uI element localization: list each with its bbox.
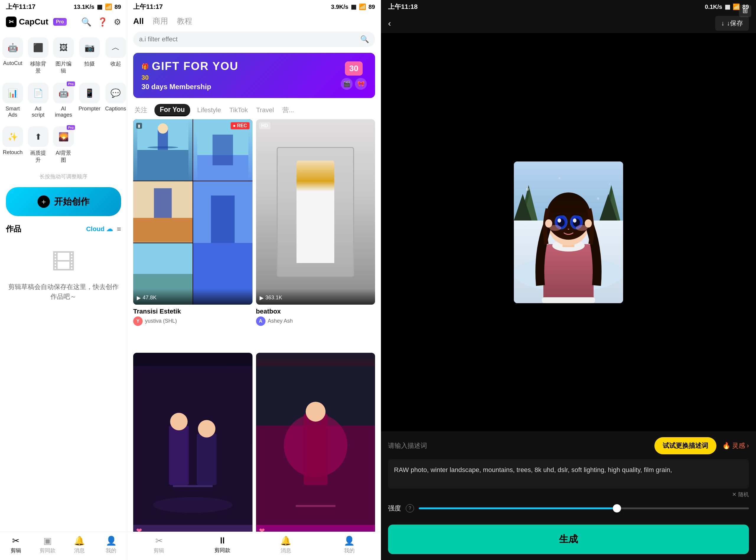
- collapse-label: 收起: [111, 60, 121, 67]
- random-button[interactable]: ✕ 随机: [388, 491, 749, 498]
- smartads-icon-box: 📊: [2, 83, 23, 103]
- tool-prompter[interactable]: 📱 Prompter: [76, 79, 103, 122]
- aibg-icon: 🌄: [58, 132, 69, 142]
- rec-badge: ● REC: [231, 122, 250, 129]
- dark-romantic-scene: [133, 353, 253, 538]
- generate-button[interactable]: 生成: [388, 524, 749, 554]
- svg-rect-38: [543, 244, 594, 303]
- panel-editor: 上午11:18 0.1K/s ▦ 📶 89 ‹ ↓ ↓保存: [381, 0, 756, 560]
- intensity-help-icon[interactable]: ?: [406, 504, 414, 513]
- autocut-icon-box: 🤖: [2, 37, 23, 58]
- removebg-icon-box: ⬛: [28, 37, 48, 58]
- back-button[interactable]: ‹: [388, 18, 391, 28]
- cat-follow[interactable]: 关注: [133, 104, 148, 116]
- v2-count: 363.1K: [265, 295, 282, 301]
- intensity-slider[interactable]: [419, 507, 749, 509]
- p2-nav-edit[interactable]: ✂ 剪辑: [127, 536, 191, 554]
- promo-banner[interactable]: 🎁 GIFT FOR YOU 30 30 days Membership 30 …: [133, 53, 375, 98]
- question-icon[interactable]: ❓: [97, 17, 108, 27]
- mirror-scene: [256, 119, 375, 305]
- collapse-icon-box: ︿: [105, 37, 126, 58]
- video-card-2[interactable]: HD ▶ 363.1K beatbox A Ashey Ash: [256, 119, 375, 349]
- tab-commercial[interactable]: 商用: [153, 16, 168, 26]
- create-button[interactable]: ＋ 开始创作: [6, 187, 121, 216]
- v2-overlay-top: HD: [259, 122, 372, 129]
- svg-rect-13: [211, 196, 235, 243]
- tool-autocut[interactable]: 🤖 AutoCut: [0, 33, 25, 79]
- drag-hint: 长按拖动可调整顺序: [0, 171, 127, 182]
- prompt-header: 请输入描述词 试试更换描述词 🔥 灵感 ›: [388, 437, 749, 454]
- v2-author-name: Ashey Ash: [268, 318, 293, 324]
- tool-aiimages[interactable]: 🤖 Pro AI images: [51, 79, 76, 122]
- collage-1: [133, 119, 253, 305]
- signal-icon-1: ▦: [97, 3, 102, 10]
- chevron-right-icon: ›: [747, 442, 749, 449]
- p2-search-bar[interactable]: 🔍: [133, 32, 375, 47]
- banner-membership: 30 days Membership: [141, 83, 239, 91]
- search-input[interactable]: [139, 36, 357, 43]
- video-card-3[interactable]: ❤: [133, 353, 253, 560]
- person-silhouette: [297, 161, 334, 263]
- network-3: 0.1K/s: [705, 3, 722, 10]
- tool-shoot[interactable]: 📷 拍摄: [76, 33, 103, 79]
- inspiration-label: 灵感: [732, 441, 745, 450]
- v1-count: 47.8K: [143, 295, 157, 301]
- tool-imgedit[interactable]: 🖼 图片编辑: [51, 33, 76, 79]
- status-bar-2: 上午11:17 3.9K/s ▦ 📶 89: [127, 0, 381, 14]
- nav-msg[interactable]: 🔔 消息: [63, 536, 95, 554]
- film-icon: 🎞: [52, 249, 75, 276]
- cat-travel[interactable]: Travel: [255, 104, 275, 116]
- random-label: 随机: [738, 491, 749, 498]
- captions-icon: 💬: [111, 88, 121, 98]
- p2-nav-profile[interactable]: 👤 我的: [317, 536, 381, 554]
- shoot-icon-box: 📷: [79, 37, 100, 58]
- cat-foryou[interactable]: For You: [155, 104, 190, 116]
- sort-icon[interactable]: ≡: [117, 225, 121, 233]
- tool-collapse[interactable]: ︿ 收起: [103, 33, 128, 79]
- captions-icon-box: 💬: [105, 83, 126, 103]
- tool-smartads[interactable]: 📊 Smart Ads: [0, 79, 25, 122]
- hd-badge: HD: [259, 122, 271, 129]
- nav-edit[interactable]: ✂ 剪辑: [0, 536, 32, 554]
- video-card-4[interactable]: ❤: [256, 353, 375, 560]
- retouch-icon: ✨: [8, 132, 18, 142]
- settings-icon[interactable]: ⚙: [114, 17, 121, 27]
- nav-profile-label: 我的: [106, 547, 116, 554]
- prompt-text-area[interactable]: RAW photo, winter landscape, mountains, …: [388, 459, 749, 488]
- tool-aibg[interactable]: 🌄 Pro AI背景图: [51, 122, 76, 168]
- tool-captions[interactable]: 💬 Captions: [103, 79, 128, 122]
- nav-profile[interactable]: 👤 我的: [95, 536, 127, 554]
- save-button[interactable]: ↓ ↓保存: [715, 16, 749, 31]
- capcut-logo: ✂ CapCut Pro: [6, 17, 67, 27]
- p2-nav-template[interactable]: ⏸ 剪同款: [191, 536, 254, 554]
- cloud-btn[interactable]: Cloud ☁: [86, 225, 113, 233]
- nav-template[interactable]: ▣ 剪同款: [32, 536, 64, 554]
- p3-header: ‹ ↓ ↓保存: [381, 14, 756, 33]
- tool-adscript[interactable]: 📄 Ad script: [25, 79, 51, 122]
- inspiration-button[interactable]: 🔥 灵感 ›: [722, 441, 749, 450]
- tab-all[interactable]: All: [133, 17, 144, 26]
- cat-lifestyle[interactable]: Lifestyle: [196, 104, 222, 116]
- cat-tiktok[interactable]: TikTok: [228, 104, 249, 116]
- tool-enhance[interactable]: ⬆ 画质提升: [25, 122, 51, 168]
- p2-nav-msg[interactable]: 🔔 消息: [254, 536, 318, 554]
- anime-scene-svg: ❄ ❄ ❄ ❄: [514, 161, 623, 303]
- try-replace-button[interactable]: 试试更换描述词: [654, 437, 716, 454]
- smartads-label: Smart Ads: [2, 106, 23, 118]
- time-2: 上午11:17: [133, 2, 163, 11]
- p2-scissors-icon: ✂: [155, 536, 163, 546]
- intensity-thumb[interactable]: [613, 504, 621, 513]
- cat-more[interactable]: 营...: [281, 104, 295, 116]
- layout-toggle-button[interactable]: ⊞: [739, 5, 751, 17]
- banner-30-text: 30: [141, 74, 239, 81]
- banner-camera-icon: 🎬: [341, 78, 353, 90]
- tool-retouch[interactable]: ✨ Retouch: [0, 122, 25, 168]
- p2-template-icon: ⏸: [218, 536, 227, 545]
- video-card-1[interactable]: ▮ ● REC ▶ 47.8K Transisi Estetik Y yusti…: [133, 119, 253, 349]
- tool-removebg[interactable]: ⬛ 移除背景: [25, 33, 51, 79]
- tab-tutorial[interactable]: 教程: [177, 16, 192, 26]
- search-icon[interactable]: 🔍: [81, 17, 92, 27]
- create-btn-label: 开始创作: [54, 196, 89, 208]
- autocut-icon: 🤖: [8, 43, 18, 53]
- svg-rect-9: [133, 218, 193, 241]
